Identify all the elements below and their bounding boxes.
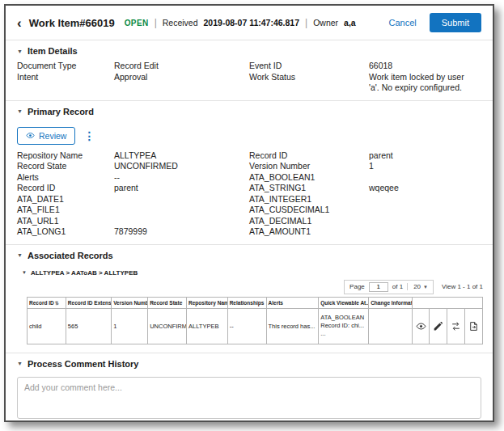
more-options-icon[interactable]: ⋮ bbox=[83, 130, 95, 142]
section-header-primary-record[interactable]: ▼ Primary Record bbox=[6, 101, 493, 120]
column-header-record-state[interactable]: Record State bbox=[148, 297, 187, 308]
separator: | bbox=[305, 17, 307, 28]
column-header-alerts[interactable]: Alerts bbox=[266, 297, 319, 308]
column-header-repository-name[interactable]: Repository Name bbox=[187, 297, 228, 308]
field-value: Work item locked by user 'a'. No expiry … bbox=[369, 72, 481, 94]
field-row: ATA_BOOLEAN1 bbox=[249, 172, 481, 184]
page-number-input[interactable] bbox=[369, 282, 388, 292]
section-header-associated-records[interactable]: ▼ Associated Records bbox=[6, 245, 493, 264]
field-row: ATA_INTEGER1 bbox=[249, 194, 481, 205]
quick-viewable-line: Record ID: chi... bbox=[320, 322, 366, 330]
page-size-select[interactable]: 20 ▼ bbox=[407, 283, 428, 290]
field-value: wqeqee bbox=[369, 183, 481, 194]
field-label: Version Number bbox=[249, 161, 369, 172]
fields-left-column: Document Type Record Edit Intent Approva… bbox=[17, 61, 249, 94]
column-header-record-id[interactable]: Record ID⇅ bbox=[28, 297, 66, 308]
field-value bbox=[369, 216, 481, 227]
primary-record-fields: Repository NameALLTYPEA Record StateUNCO… bbox=[6, 150, 493, 244]
column-header-change-information[interactable]: Change Informatio... bbox=[369, 297, 412, 308]
field-label: Record ID bbox=[17, 183, 114, 194]
field-label: ATA_DECIMAL1 bbox=[249, 216, 369, 227]
section-header-process-comment-history[interactable]: ▼ Process Comment History bbox=[6, 353, 493, 373]
field-row: ATA_LONG17879999 bbox=[17, 226, 249, 238]
section-title: Associated Records bbox=[28, 251, 113, 260]
page-of-label: of 1 bbox=[392, 283, 403, 290]
field-label: ATA_BOOLEAN1 bbox=[249, 172, 369, 184]
field-label: Record ID bbox=[249, 150, 369, 162]
sort-icon[interactable]: ⇅ bbox=[55, 301, 59, 306]
cell-relationships: -- bbox=[227, 308, 266, 344]
separator: | bbox=[155, 17, 157, 28]
pencil-icon bbox=[433, 321, 443, 332]
cancel-button[interactable]: Cancel bbox=[389, 18, 417, 27]
field-row: Record IDparent bbox=[249, 150, 481, 162]
breadcrumb-path: ALLTYPEA > AAToAB > ALLTYPEB bbox=[31, 269, 138, 277]
fields-left-column: Repository NameALLTYPEA Record StateUNCO… bbox=[17, 150, 249, 238]
section-header-item-details[interactable]: ▼ Item Details bbox=[6, 40, 493, 60]
field-label: Repository Name bbox=[17, 150, 114, 162]
column-header-actions bbox=[412, 297, 482, 308]
section-associated-records: ▼ Associated Records ▼ ALLTYPEA > AAToAB… bbox=[6, 244, 493, 353]
field-value: 66018 bbox=[369, 61, 481, 72]
review-button[interactable]: Review bbox=[17, 127, 75, 145]
field-label: Event ID bbox=[249, 61, 369, 72]
collapse-icon: ▼ bbox=[17, 361, 23, 366]
view-record-button[interactable] bbox=[412, 308, 430, 344]
field-row: ATA_URL1 bbox=[17, 216, 249, 227]
field-value bbox=[369, 172, 481, 184]
relationships-button[interactable] bbox=[447, 308, 465, 344]
associated-records-grid: Page of 1 20 ▼ View 1 - 1 of 1 bbox=[6, 279, 493, 353]
field-value: ALLTYPEA bbox=[114, 150, 249, 162]
field-label: ATA_STRING1 bbox=[249, 183, 369, 194]
column-header-relationships[interactable]: Relationships bbox=[227, 297, 266, 308]
field-row: ATA_DECIMAL1 bbox=[249, 216, 481, 227]
transfer-arrows-icon bbox=[451, 321, 461, 332]
field-value bbox=[369, 226, 481, 238]
field-value: UNCONFIRMED bbox=[114, 161, 249, 172]
export-record-button[interactable] bbox=[465, 308, 483, 344]
header: ‹ Work Item#66019 OPEN | Received 2019-0… bbox=[6, 6, 493, 40]
field-row: Repository NameALLTYPEA bbox=[17, 150, 249, 162]
section-title: Process Comment History bbox=[28, 359, 139, 369]
field-row: Version Number1 bbox=[249, 161, 481, 172]
page-size-value: 20 bbox=[413, 283, 421, 290]
submit-button[interactable]: Submit bbox=[430, 13, 481, 32]
collapse-icon: ▼ bbox=[17, 108, 23, 114]
field-row: Record StateUNCONFIRMED bbox=[17, 161, 249, 172]
eye-icon bbox=[416, 321, 426, 332]
field-label: ATA_URL1 bbox=[17, 216, 114, 227]
table-header-row: Record ID⇅ Record ID Extensio... Version… bbox=[28, 297, 483, 308]
table-row[interactable]: child 565 1 UNCONFIRMED ALLTYPEB -- This… bbox=[28, 308, 483, 344]
field-value: Record Edit bbox=[114, 61, 249, 72]
collapse-icon: ▼ bbox=[17, 252, 23, 258]
field-row: ATA_DATE1 bbox=[17, 194, 249, 205]
collapse-icon[interactable]: ▼ bbox=[22, 270, 27, 275]
breadcrumb: ▼ ALLTYPEA > AAToAB > ALLTYPEB bbox=[6, 264, 493, 279]
field-row: ATA_CUSDECIMAL1 bbox=[249, 205, 481, 216]
edit-record-button[interactable] bbox=[430, 308, 447, 344]
column-header-record-id-extension[interactable]: Record ID Extensio... bbox=[66, 297, 111, 308]
field-row: ATA_STRING1wqeqee bbox=[249, 183, 481, 194]
column-header-quick-viewable[interactable]: Quick Viewable At... bbox=[319, 297, 369, 308]
quick-viewable-line: ATA_BOOLEAN bbox=[320, 314, 366, 322]
cell-record-id: child bbox=[28, 308, 66, 344]
comment-input[interactable] bbox=[17, 377, 481, 419]
field-label: Document Type bbox=[17, 61, 114, 72]
status-badge: OPEN bbox=[125, 19, 149, 27]
page-title: Work Item#66019 bbox=[29, 17, 115, 29]
field-value bbox=[369, 194, 481, 205]
field-value: parent bbox=[369, 150, 481, 162]
received-label: Received bbox=[163, 18, 198, 27]
cell-version-number: 1 bbox=[112, 308, 148, 344]
primary-record-toolbar: Review ⋮ bbox=[6, 120, 493, 150]
section-primary-record: ▼ Primary Record Review ⋮ Repository Nam… bbox=[6, 100, 493, 244]
review-button-label: Review bbox=[39, 131, 66, 141]
field-label: ATA_FILE1 bbox=[17, 205, 114, 216]
back-icon[interactable]: ‹ bbox=[17, 16, 22, 30]
column-header-version-number[interactable]: Version Number bbox=[112, 297, 148, 308]
field-label: Record State bbox=[17, 161, 114, 172]
cell-quick-viewable: ATA_BOOLEAN Record ID: chi... ... bbox=[319, 308, 369, 344]
page-label: Page bbox=[349, 283, 365, 290]
field-row: Event ID 66018 bbox=[249, 61, 481, 72]
fields-right-column: Event ID 66018 Work Status Work item loc… bbox=[249, 61, 481, 94]
